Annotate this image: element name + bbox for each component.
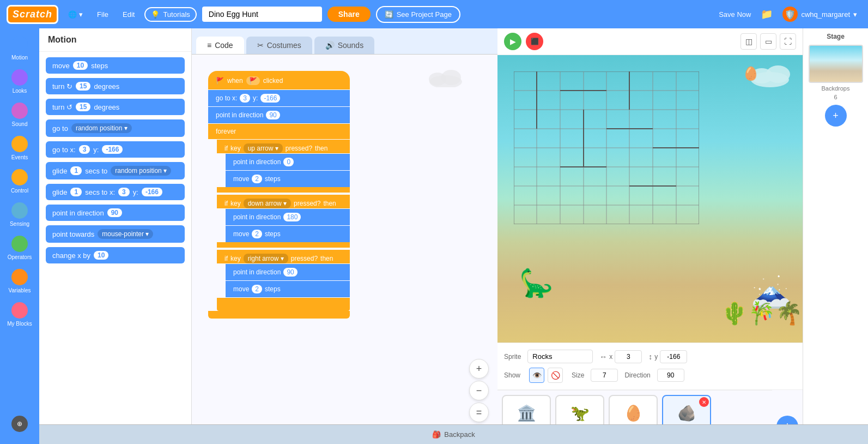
size-direction: Size Direction bbox=[572, 369, 684, 382]
sprite-name-input[interactable] bbox=[527, 350, 593, 363]
block-turn-cw[interactable]: turn ↻ 15 degrees bbox=[46, 78, 185, 94]
user-avatar: 🛡️ bbox=[782, 7, 798, 22]
block-point-dir-1[interactable]: point in direction 90 bbox=[208, 107, 350, 123]
zoom-controls: + − = bbox=[469, 359, 489, 422]
sidebar-item-control[interactable]: Control bbox=[2, 166, 37, 197]
zoom-reset-button[interactable]: = bbox=[469, 403, 489, 422]
lightbulb-icon: 💡 bbox=[151, 10, 160, 19]
tutorials-button[interactable]: 💡 Tutorials bbox=[144, 7, 196, 22]
show-visible-button[interactable]: 👁️ bbox=[529, 368, 544, 383]
block-turn-ccw[interactable]: turn ↺ 15 degrees bbox=[46, 99, 185, 115]
control-dot bbox=[11, 169, 28, 185]
script-area: 🚩 when 🚩 clicked go to x: 3 y: -166 poin… bbox=[192, 55, 497, 444]
sidebar-item-events[interactable]: Events bbox=[2, 133, 37, 164]
control-label: Control bbox=[11, 188, 28, 194]
direction-input[interactable] bbox=[657, 369, 684, 382]
block-point-towards[interactable]: point towards mouse-pointer ▾ bbox=[46, 225, 185, 243]
block-point-dir[interactable]: point in direction 90 bbox=[46, 205, 185, 221]
save-folder-icon[interactable]: 📁 bbox=[761, 8, 773, 20]
costumes-icon: ✂ bbox=[257, 41, 264, 50]
size-input[interactable] bbox=[591, 369, 618, 382]
right-panel: ▶ ⬛ ◫ ▭ ⛶ bbox=[497, 28, 868, 444]
myblocks-label: My Blocks bbox=[7, 321, 32, 327]
tab-sounds[interactable]: 🔊 Sounds bbox=[314, 37, 374, 54]
stage-panel-title: Stage bbox=[827, 33, 845, 40]
sidebar-item-operators[interactable]: Operators bbox=[2, 232, 37, 263]
zoom-out-button[interactable]: − bbox=[469, 381, 489, 400]
backpack-icon: 🎒 bbox=[432, 430, 441, 439]
sidebar-item-variables[interactable]: Variables bbox=[2, 266, 37, 297]
sidebar-item-sensing[interactable]: Sensing bbox=[2, 199, 37, 230]
sprite-x-coord: ↔ x bbox=[599, 350, 642, 363]
stage-wide-button[interactable]: ▭ bbox=[760, 33, 776, 50]
share-button[interactable]: Share bbox=[327, 7, 371, 22]
stage-ctrl-left: ▶ ⬛ bbox=[504, 33, 543, 50]
blocks-panel: Motion move 10 steps turn ↻ 15 degrees t… bbox=[39, 28, 192, 444]
block-move[interactable]: move 10 steps bbox=[46, 57, 185, 74]
block-glide-random[interactable]: glide 1 secs to random position ▾ bbox=[46, 162, 185, 179]
green-flag-button[interactable]: ▶ bbox=[504, 33, 521, 50]
show-toggles: 👁️ 🚫 bbox=[529, 368, 563, 383]
user-menu[interactable]: 🛡️ cwhq_margaret ▾ bbox=[778, 4, 861, 24]
variables-dot bbox=[11, 269, 28, 285]
stage-thumbnail[interactable] bbox=[809, 45, 863, 83]
sprite-y-input[interactable] bbox=[660, 350, 687, 363]
sidebar-item-myblocks[interactable]: My Blocks bbox=[2, 299, 37, 330]
block-goto-xy-1[interactable]: go to x: 3 y: -166 bbox=[208, 90, 350, 106]
edit-menu[interactable]: Edit bbox=[118, 8, 139, 21]
sidebar-item-extra[interactable]: ⊕ bbox=[2, 412, 37, 435]
sound-dot bbox=[11, 103, 28, 119]
block-glide-xy[interactable]: glide 1 secs to x: 3 y: -166 bbox=[46, 184, 185, 200]
see-project-button[interactable]: 🔄 See Project Page bbox=[376, 6, 460, 23]
maze-grid bbox=[514, 71, 699, 224]
scratch-logo[interactable]: Scratch bbox=[7, 5, 58, 24]
sidebar-item-sound[interactable]: Sound bbox=[2, 99, 37, 130]
direction-label: Direction bbox=[624, 371, 650, 379]
backdrops-label: Backdrops bbox=[822, 85, 850, 92]
sidebar-item-looks[interactable]: Looks bbox=[2, 66, 37, 97]
block-point-90[interactable]: point in direction 90 bbox=[226, 264, 350, 280]
rocks-sprite-img: 🪨 bbox=[670, 399, 703, 427]
block-when-flag[interactable]: 🚩 when 🚩 clicked bbox=[208, 71, 350, 89]
operators-dot bbox=[11, 236, 28, 252]
sprite-y-coord: ↕ y bbox=[648, 350, 687, 363]
sidebar-item-motion[interactable]: Motion bbox=[2, 33, 37, 64]
stage-fullscreen-button[interactable]: ⛶ bbox=[780, 33, 796, 50]
block-move-2-2[interactable]: move 2 steps bbox=[226, 226, 350, 242]
script-group-1: 🚩 when 🚩 clicked go to x: 3 y: -166 poin… bbox=[208, 71, 350, 319]
save-now-button[interactable]: Save Now bbox=[714, 8, 755, 21]
block-if-up[interactable]: if key up arrow ▾ pressed? then bbox=[217, 140, 350, 153]
block-goto-xy[interactable]: go to x: 3 y: -166 bbox=[46, 141, 185, 158]
stage-canvas: 🦕 🗻 🌵🎋🌴 🥚 bbox=[497, 55, 803, 343]
block-point-180[interactable]: point in direction 180 bbox=[226, 209, 350, 225]
block-move-2-1[interactable]: move 2 steps bbox=[226, 171, 350, 187]
block-if-right[interactable]: if key right arrow ▾ pressed? then bbox=[217, 250, 350, 263]
block-goto-random[interactable]: go to random position ▾ bbox=[46, 119, 185, 137]
add-backdrop-button[interactable]: + bbox=[825, 105, 847, 127]
delete-rocks-button[interactable]: ✕ bbox=[699, 397, 709, 407]
motion-dot bbox=[11, 36, 28, 52]
refresh-icon: 🔄 bbox=[385, 10, 393, 19]
zoom-in-button[interactable]: + bbox=[469, 359, 489, 379]
stage-narrow-button[interactable]: ◫ bbox=[740, 33, 757, 50]
x-label: x bbox=[609, 353, 612, 361]
globe-button[interactable]: 🌐 ▾ bbox=[64, 8, 87, 21]
block-forever[interactable]: forever bbox=[208, 124, 350, 139]
tab-code[interactable]: ≡ Code bbox=[196, 37, 244, 54]
operators-label: Operators bbox=[8, 254, 32, 260]
project-name-input[interactable] bbox=[202, 7, 322, 22]
tab-costumes[interactable]: ✂ Costumes bbox=[246, 37, 312, 54]
variables-label: Variables bbox=[9, 287, 31, 293]
block-move-2-3[interactable]: move 2 steps bbox=[226, 281, 350, 297]
block-point-0[interactable]: point in direction 0 bbox=[226, 154, 350, 170]
block-change-x[interactable]: change x by 10 bbox=[46, 247, 185, 263]
looks-dot bbox=[11, 69, 28, 86]
sprite-x-input[interactable] bbox=[615, 350, 642, 363]
backpack-bar[interactable]: 🎒 Backpack bbox=[39, 424, 868, 444]
file-menu[interactable]: File bbox=[93, 8, 113, 21]
svg-point-2 bbox=[441, 70, 461, 85]
block-if-down[interactable]: if key down arrow ▾ pressed? then bbox=[217, 195, 350, 208]
sensing-dot bbox=[11, 202, 28, 219]
show-hidden-button[interactable]: 🚫 bbox=[548, 368, 563, 383]
stop-button[interactable]: ⬛ bbox=[526, 33, 543, 50]
